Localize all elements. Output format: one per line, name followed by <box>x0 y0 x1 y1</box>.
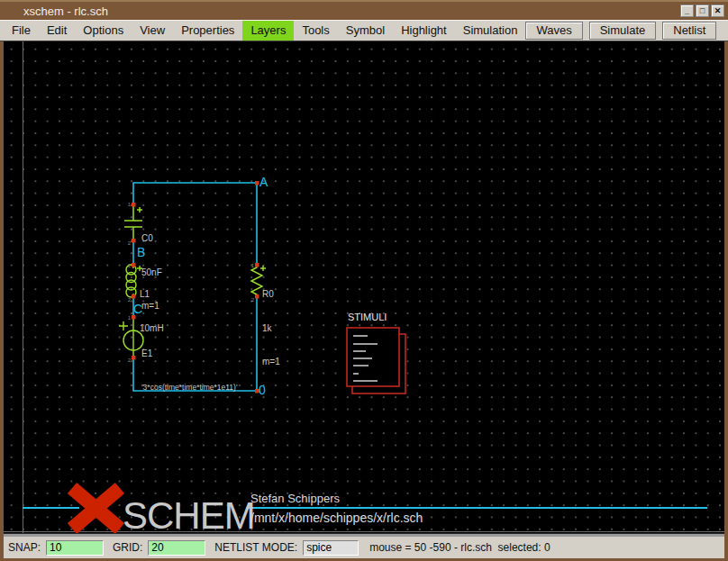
close-icon[interactable]: ✕ <box>711 5 724 17</box>
minimize-icon[interactable]: _ <box>680 5 694 17</box>
svg-text:2: 2 <box>128 357 132 363</box>
menu-options[interactable]: Options <box>75 21 132 41</box>
menu-edit[interactable]: Edit <box>39 21 75 41</box>
titlebar[interactable]: xschem - rlc.sch _ □ ✕ <box>0 2 728 20</box>
grid-label: GRID: <box>113 541 142 554</box>
source-value: '3*cos(time*time*time*1e11)' <box>141 383 238 393</box>
node-label-a[interactable]: A <box>259 176 268 188</box>
svg-text:2: 2 <box>251 297 255 303</box>
svg-text:1: 1 <box>128 263 132 268</box>
netlist-mode-label: NETLIST MODE: <box>214 541 297 554</box>
menubar-buttons: Waves Simulate Netlist Help <box>525 21 728 41</box>
menu-properties[interactable]: Properties <box>173 21 242 41</box>
credit-path: /mnt/x/home/schippes/x/rlc.sch <box>250 511 423 525</box>
svg-text:2: 2 <box>128 297 132 303</box>
credit-author: Stefan Schippers <box>250 492 340 505</box>
mouse-status-text: mouse = 50 -590 - rlc.sch selected: 0 <box>369 541 550 554</box>
menu-highlight[interactable]: Highlight <box>393 21 455 41</box>
svg-text:1: 1 <box>128 315 132 321</box>
menu-simulation[interactable]: Simulation <box>455 21 526 41</box>
window-controls: _ □ ✕ <box>680 5 724 17</box>
source-labels: E1 '3*cos(time*time*time*1e11)' <box>141 326 238 414</box>
menu-file[interactable]: File <box>4 21 39 41</box>
svg-text:1: 1 <box>128 202 132 207</box>
schematic-drawing: 1 2 1 2 1 2 1 2 <box>4 41 724 533</box>
netlist-mode-input[interactable] <box>303 540 359 556</box>
frame-lines <box>4 41 724 533</box>
menu-symbol[interactable]: Symbol <box>338 21 393 41</box>
help-button[interactable]: Help <box>723 23 728 39</box>
capacitor-symbol[interactable] <box>124 204 142 240</box>
statusbar: SNAP: GRID: NETLIST MODE: mouse = 50 -59… <box>4 537 724 558</box>
menubar: File Edit Options View Properties Layers… <box>0 20 728 41</box>
menu-tools[interactable]: Tools <box>294 21 337 41</box>
snap-input[interactable] <box>46 540 104 556</box>
menu-layers[interactable]: Layers <box>242 21 294 41</box>
simulate-button[interactable]: Simulate <box>589 22 657 40</box>
xschem-window: xschem - rlc.sch _ □ ✕ File Edit Options… <box>0 0 728 561</box>
stimuli-icon[interactable] <box>347 328 405 394</box>
menu-view[interactable]: View <box>132 21 173 41</box>
source-ref: E1 <box>141 348 238 360</box>
maximize-icon[interactable]: □ <box>696 5 709 17</box>
grid-input[interactable] <box>148 540 205 556</box>
netlist-button[interactable]: Netlist <box>662 22 716 40</box>
resistor-value: 1k <box>262 323 280 335</box>
window-title: xschem - rlc.sch <box>23 5 108 18</box>
svg-text:1: 1 <box>251 263 255 268</box>
resistor-labels: R0 1k m=1 <box>262 267 280 391</box>
schematic-canvas[interactable]: 1 2 1 2 1 2 1 2 <box>4 41 724 533</box>
svg-text:2: 2 <box>128 240 132 246</box>
stimuli-label: STIMULI <box>348 312 387 322</box>
inductor-ref: L1 <box>140 289 164 301</box>
resistor-mult: m=1 <box>262 357 280 368</box>
xschem-logo-text: SCHEM <box>123 494 255 533</box>
resistor-ref: R0 <box>262 289 280 301</box>
waves-button[interactable]: Waves <box>525 22 582 40</box>
snap-label: SNAP: <box>8 541 41 554</box>
capacitor-ref: C0 <box>141 233 162 245</box>
